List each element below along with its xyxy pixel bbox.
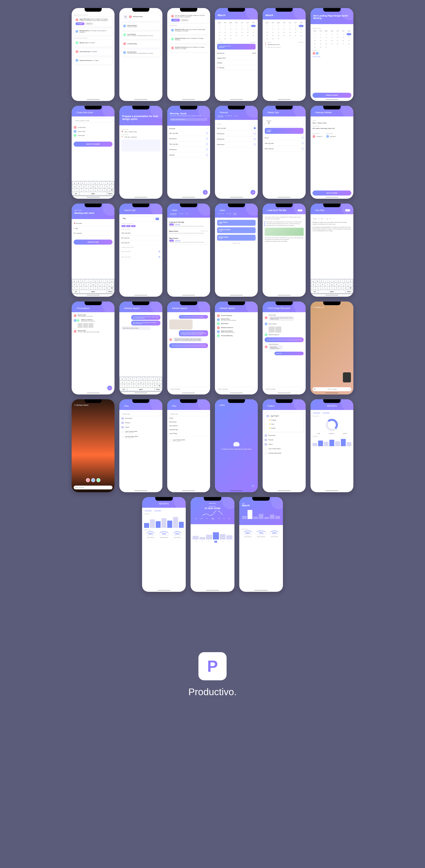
screen-chat-1: ← Adelaide Nguyen Top businessmen need t… [119, 302, 162, 395]
search-input[interactable]: Search people to invite [74, 119, 113, 123]
bottom-row: REPORTS Feb, 04 2018Apr, 10 2018 TRENDS … [142, 497, 283, 592]
screen-morning: Morning, Jacob.You have 2 new notificati… [167, 106, 210, 199]
screen-notes-tags: ← Notes ALL NOTESFOLDERTAGS Logo Project… [215, 204, 258, 297]
screen-redesign: ← Redesign Website DATE Wed, 7 March 201… [310, 106, 353, 199]
screen-files: ← Files Search File Documents Pictures V… [119, 399, 162, 492]
chat-image [169, 319, 192, 330]
screen-weekly: ← Weekly Task MAR 20187 CAFFEINECoffee B… [263, 106, 305, 199]
editor-toolbar[interactable]: Scale▾BIUA≡ [312, 217, 351, 220]
screen-chat-2: ← Adelaide Nguyen The monkey-rope is fas… [167, 302, 210, 395]
call-photo: ✕ Michael Adams Write message [72, 399, 115, 492]
accept-button[interactable]: ACCEPT [75, 22, 85, 25]
pin-icon: 📍 [121, 136, 123, 138]
month-title: March [218, 14, 255, 17]
note-image [265, 228, 303, 236]
screen-create-event: ← Create New Event Search people to invi… [72, 106, 115, 199]
screen-notifications: NEW NOTIFICATIONS Agnes Brennan sent an … [72, 8, 115, 101]
screen-reports-line: REPORTS STATISTIC 24 TASK DONE SUNMONTUE… [190, 497, 234, 592]
screen-reports-donut: REPORTS Feb, 04 2018Apr, 10 2018 STATIST… [310, 399, 353, 492]
save-button[interactable]: SAVE [345, 209, 350, 211]
screen-conversations: ← Conversations Harvey TylerLorem ipsum … [72, 302, 115, 395]
folder-icon [121, 417, 124, 420]
call-photo: ✕ Cecilia Cox 💬Write message➤ [310, 302, 353, 395]
screen-folders: ← Folders Logo Project 📁 Projects 📁 File… [263, 399, 305, 492]
screen-presentation: ←Prepare a presentation for next design … [119, 106, 162, 199]
screen-new-task: NEW TASKMeeting with client 📅 Due Date 🏷… [72, 204, 115, 297]
participant-avatars [86, 478, 100, 482]
screen-file-search: ← Files Search File Hotels Brand Book Du… [167, 399, 210, 492]
screen-group: ← Adelaide Nguyen Vincent Sanchez Salona… [215, 302, 258, 395]
invite-button[interactable]: INVITE TO EVENT [74, 142, 113, 147]
phone-grid: NEW NOTIFICATIONS Agnes Brennan sent an … [72, 8, 353, 492]
screen-notes: ← Notes ALL NOTESFOLDERTAGS Look Up in T… [167, 204, 210, 297]
search-field[interactable]: Dog🔍 [121, 216, 160, 221]
call-input[interactable]: 💬Write message➤ [312, 387, 351, 391]
screen-new-note: ← New NoteSAVE Scale▾BIUA≡ Phasellus at … [310, 204, 353, 297]
bar-chart [312, 438, 351, 446]
note-item[interactable]: Look Up in The SkyLogoFreelanceLorem ips… [169, 220, 208, 229]
screen-video-call-2: ✕ Michael Adams Write message [72, 399, 115, 492]
brand-section: P Productivo. [4, 652, 421, 698]
screen-calendar-1: March MONTUEWEDTHUFRISATSUN1234567891011… [215, 8, 258, 101]
search-icon: 🔍 [156, 218, 159, 220]
fab-add[interactable]: + [203, 190, 208, 195]
done-button[interactable]: SET AS DONE [312, 190, 351, 195]
close-icon[interactable]: ✕ [313, 306, 314, 308]
conversation-item[interactable]: Harvey TylerLorem ipsum dolor sit amet t… [74, 314, 113, 317]
screen-labels: ← Labels To upload your files, please ta… [215, 399, 258, 492]
keyboard[interactable]: qwertyuiopasdfghjkl⇧zxcvbnm⌫123spaceRetu… [72, 181, 115, 196]
screen-calendar-2: March MONTUEWEDTHUFRISATSUN1234567891011… [263, 8, 305, 101]
calendar-grid[interactable]: MONTUEWEDTHUFRISATSUN1234567891011121314… [217, 22, 256, 40]
donut-chart [326, 419, 338, 431]
cloud-icon [234, 442, 240, 446]
brand-name: Productivo. [4, 686, 421, 698]
line-chart [193, 511, 232, 517]
close-icon[interactable]: ✕ [74, 404, 75, 406]
screen-personal: ← Personal ALL TASKPROGRESSDONE TODAY Ta… [215, 106, 258, 199]
send-icon: ➤ [349, 389, 350, 390]
percentage-rings: 50%TASK COMPLETED 75%MEETING ATTENDED 25… [144, 533, 184, 538]
screen-reports-march: 2018March STATISTIC 50%TASK COMPLETED 75… [239, 497, 283, 592]
screen-search: ← Search Task Dog🔍 RESULT FOR DOG DogToy… [119, 204, 162, 297]
screen-new-event: New Landing Page Design Sprint Meeting E… [310, 8, 353, 101]
screen-yesterday: sent an invitation for Design Critique o… [167, 8, 210, 101]
brand-logo: P [199, 652, 226, 680]
calendar-icon: 📅 [121, 131, 123, 132]
screen-invites: MAR7Michael Fisher Dante Howardaccepted … [119, 8, 162, 101]
self-view[interactable] [343, 372, 351, 382]
edit-button[interactable]: EDIT [298, 209, 302, 211]
file-icon [121, 431, 124, 433]
back-icon[interactable]: ← [74, 112, 76, 114]
section-label: NEW NOTIFICATIONS [74, 14, 113, 16]
screen-reports-bars: REPORTS Feb, 04 2018Apr, 10 2018 TRENDS … [142, 497, 186, 592]
screen-note-detail: ← Look Up In The SkyEDIT Lorem ipsum dol… [263, 204, 305, 297]
event-title: New Landing Page Design Sprint Meeting [313, 14, 351, 19]
create-event-button[interactable]: CREATE EVENT [312, 93, 351, 98]
voice-message[interactable] [169, 343, 208, 348]
screen-video-call-1: ✕ Cecilia Cox 💬Write message➤ [310, 302, 353, 395]
map-placeholder [121, 140, 160, 152]
march-bars [242, 509, 280, 519]
reject-button[interactable]: REJECT [85, 22, 94, 25]
screen-design-chat: ← UI/UX Design Discussion Harvey TylerTo… [263, 302, 305, 395]
file-search[interactable]: Search File [121, 412, 160, 416]
